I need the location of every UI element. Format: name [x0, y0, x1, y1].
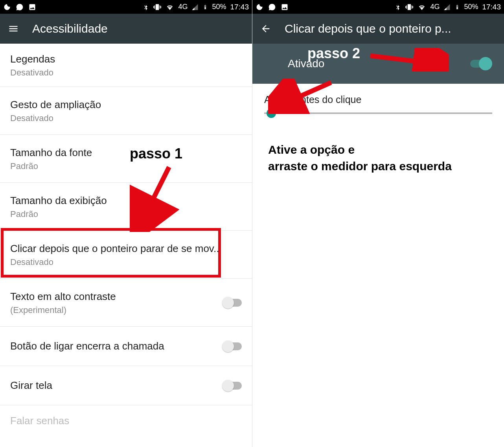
list-item-alto-contraste[interactable]: Texto em alto contraste (Experimental) [0, 279, 252, 327]
status-bar: 4G 50% 17:43 [0, 0, 252, 14]
page-title: Acessibilidade [32, 22, 108, 35]
item-title: Tamanho da exibição [10, 194, 242, 208]
bluetooth-icon [143, 3, 149, 11]
network-text: 4G [430, 3, 440, 11]
phone-left: 4G 50% 17:43 Acessibilidade Lege [0, 0, 252, 447]
image-icon [281, 3, 289, 11]
slider-label: Atraso antes do clique [264, 94, 492, 105]
chat-icon [16, 3, 24, 11]
instruction-line2: arraste o medidor para esquerda [268, 158, 452, 175]
item-sub: Padrão [10, 209, 242, 219]
app-bar: Clicar depois que o ponteiro p... [252, 14, 504, 44]
instruction-line1: Ative a opção e [268, 142, 452, 158]
signal-icon [443, 4, 451, 11]
list-item-falar-senhas[interactable]: Falar senhas [0, 405, 252, 428]
clock-text: 17:43 [482, 3, 501, 11]
list-item-legendas[interactable]: Legendas Desativado [0, 44, 252, 87]
clock-text: 17:43 [230, 3, 249, 11]
moon-icon [3, 3, 11, 11]
chat-icon [268, 3, 276, 11]
list-item-tamanho-fonte[interactable]: Tamanho da fonte Padrão [0, 135, 252, 183]
item-title: Clicar depois que o ponteiro parar de se… [10, 242, 242, 256]
list-item-tamanho-exibicao[interactable]: Tamanho da exibição Padrão [0, 183, 252, 231]
status-text: Ativado [288, 57, 324, 70]
battery-icon [202, 3, 208, 11]
moon-icon [256, 3, 263, 11]
item-title: Texto em alto contraste [10, 290, 218, 304]
status-bar: 4G 50% 17:43 [252, 0, 504, 14]
item-sub: (Experimental) [10, 305, 218, 315]
toggle-switch[interactable] [223, 342, 242, 350]
item-title: Gesto de ampliação [10, 98, 242, 112]
wifi-icon [166, 4, 174, 11]
annotation-instruction: Ative a opção e arraste o medidor para e… [268, 142, 452, 175]
image-icon [28, 3, 36, 11]
slider-thumb[interactable] [267, 109, 276, 118]
signal-icon [191, 4, 199, 11]
vibrate-icon [405, 3, 414, 11]
vibrate-icon [153, 3, 162, 11]
back-arrow-icon[interactable] [260, 23, 271, 34]
item-title: Falar senhas [10, 414, 242, 428]
item-sub: Padrão [10, 161, 242, 171]
page-title: Clicar depois que o ponteiro p... [285, 22, 451, 35]
battery-text: 50% [212, 3, 226, 11]
list-item-clicar-ponteiro[interactable]: Clicar depois que o ponteiro parar de se… [0, 231, 252, 279]
hamburger-icon[interactable] [8, 23, 19, 34]
list-item-girar-tela[interactable]: Girar tela [0, 366, 252, 405]
item-title: Botão de ligar encerra a chamada [10, 339, 218, 353]
slider-track[interactable] [264, 112, 492, 114]
list-item-botao-ligar[interactable]: Botão de ligar encerra a chamada [0, 327, 252, 366]
app-bar: Acessibilidade [0, 14, 252, 44]
slider-section: Atraso antes do clique [252, 84, 504, 122]
toggle-switch-on[interactable] [470, 60, 491, 68]
battery-icon [454, 3, 460, 11]
toggle-switch[interactable] [223, 299, 242, 307]
settings-list: Legendas Desativado Gesto de ampliação D… [0, 44, 252, 428]
list-item-gesto-ampliacao[interactable]: Gesto de ampliação Desativado [0, 87, 252, 135]
toggle-switch[interactable] [223, 382, 242, 390]
item-title: Legendas [10, 52, 242, 66]
network-text: 4G [178, 3, 188, 11]
item-sub: Desativado [10, 257, 242, 267]
item-sub: Desativado [10, 68, 242, 78]
status-panel: Ativado [252, 44, 504, 84]
item-title: Girar tela [10, 379, 218, 392]
bluetooth-icon [395, 3, 401, 11]
wifi-icon [418, 4, 426, 11]
item-sub: Desativado [10, 113, 242, 123]
phone-right: 4G 50% 17:43 Clicar depois que o ponteir… [252, 0, 504, 447]
item-title: Tamanho da fonte [10, 146, 242, 160]
battery-text: 50% [464, 3, 478, 11]
